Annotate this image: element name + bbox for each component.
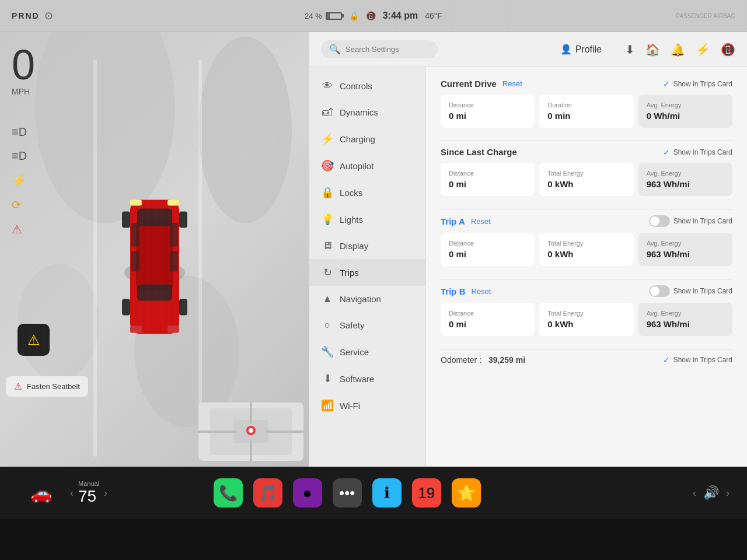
current-drive-header: Current Drive Reset ✓ Show in Trips Card [441,79,732,89]
temperature-display: 46°F [425,11,442,20]
time-display: 3:44 pm [383,10,418,21]
left-icons: ≡D ≡D ⚡ ⟳ ⚠ [12,125,27,236]
dynamics-label: Dynamics [340,107,378,117]
svg-point-28 [249,428,253,433]
app-info[interactable]: ℹ [372,478,402,508]
navigation-label: Navigation [340,294,381,304]
trip-b-reset[interactable]: Reset [472,287,491,296]
taskbar-car[interactable]: 🚗 [18,483,64,503]
sidebar-item-controls[interactable]: 👁 Controls [309,73,425,99]
main-content: 0 MPH ≡D ≡D ⚡ ⟳ ⚠ ⚠ ⚠ Fasten Seatbelt [0,32,747,467]
app-phone[interactable]: 📞 [214,478,243,508]
ta-avg-energy-label: Avg. Energy [647,240,724,247]
app-games[interactable]: ⭐ [452,478,481,508]
search-input[interactable] [345,45,430,54]
passenger-airbag-label: PASSENGER AIRBAG [676,13,735,19]
current-drive-show-trips: ✓ Show in Trips Card [663,79,732,89]
map-thumbnail[interactable] [198,402,303,461]
sidebar-item-wifi[interactable]: 📶 Wi-Fi [309,392,425,419]
trip-a-header: Trip A Reset Show in Trips Card [441,215,732,227]
taskbar-nav: ‹ Manual 75 › [70,480,107,506]
current-drive-energy-value: 0 Wh/mi [647,111,724,121]
trip-b-toggle[interactable] [649,285,670,297]
settings-panel: 🔍 👤 Profile ⬇ 🏠 🔔 ⚡ 📵 [309,32,747,467]
vol-right-arrow[interactable]: › [726,487,729,499]
svg-rect-4 [93,60,97,457]
trip-a-title[interactable]: Trip A [441,216,465,226]
profile-button[interactable]: 👤 Profile [560,44,602,55]
trip-b-total-energy-card: Total Energy 0 kWh [539,303,633,336]
home-icon[interactable]: 🏠 [645,43,660,57]
wifi-slash-icon[interactable]: 📵 [721,43,735,57]
svg-rect-10 [137,285,172,301]
svg-rect-20 [179,212,187,228]
current-drive-energy-card: Avg. Energy 0 Wh/mi [638,94,732,128]
divider-2 [441,209,732,209]
sidebar-item-software[interactable]: ⬇ Software [309,365,425,392]
volume-icon[interactable]: 🔊 [703,485,719,501]
sidebar-item-autopilot[interactable]: 🎯 Autopilot [309,152,425,179]
trip-a-reset[interactable]: Reset [471,217,491,226]
app-more[interactable]: ••• [333,478,362,508]
bell-icon[interactable]: 🔔 [671,43,685,57]
vol-left-arrow[interactable]: ‹ [693,487,696,499]
warning-button[interactable]: ⚠ [18,324,50,356]
nav-display: Manual 75 [78,480,99,506]
info-icon: ℹ [384,484,390,502]
odometer-value: 39,259 mi [488,355,525,365]
current-drive-section: Current Drive Reset ✓ Show in Trips Card… [441,79,732,128]
sidebar-item-locks[interactable]: 🔒 Locks [309,179,425,206]
trip-b-show-trips: Show in Trips Card [649,285,732,297]
current-drive-reset[interactable]: Reset [502,79,522,88]
safety-label: Safety [340,320,365,330]
app-music[interactable]: 🎵 [253,478,282,508]
download-icon[interactable]: ⬇ [625,43,635,57]
sidebar-item-trips[interactable]: ↻ Trips [309,259,425,286]
speed-value: 0 [12,44,35,86]
trip-a-toggle[interactable] [649,215,670,227]
display-icon: 🖥 [321,240,334,252]
since-last-charge-avg-energy-card: Avg. Energy 963 Wh/mi [638,163,732,196]
wifi-icon: 📶 [321,399,334,412]
car-panel: 0 MPH ≡D ≡D ⚡ ⟳ ⚠ ⚠ ⚠ Fasten Seatbelt [0,32,309,467]
trip-b-title[interactable]: Trip B [441,286,466,296]
sidebar-item-display[interactable]: 🖥 Display [309,233,425,259]
current-drive-duration-label: Duration [547,102,625,108]
trip-a-total-energy-card: Total Energy 0 kWh [539,233,633,266]
tb-avg-energy-value: 963 Wh/mi [647,319,724,329]
trips-content: Current Drive Reset ✓ Show in Trips Card… [426,67,747,467]
bluetooth-icon[interactable]: ⚡ [696,43,710,57]
car-visualization [0,32,309,467]
svg-rect-31 [250,402,252,424]
trip-a-section: Trip A Reset Show in Trips Card Distance… [441,215,732,266]
status-bar: PRND ⊙ 24 % 🔒 📵 3:44 pm 46°F PASSENGER A… [0,0,747,32]
since-last-charge-show-trips: ✓ Show in Trips Card [663,148,732,157]
search-bar[interactable]: 🔍 [321,40,438,58]
slc-avg-energy-value: 963 Wh/mi [647,179,724,189]
sidebar-item-dynamics[interactable]: 🛋 Dynamics [309,99,425,125]
sidebar-item-safety[interactable]: ○ Safety [309,312,425,338]
nav-right-arrow[interactable]: › [104,487,107,499]
service-icon: 🔧 [321,345,334,358]
profile-icon: 👤 [560,44,572,55]
current-drive-energy-label: Avg. Energy [647,102,724,108]
app-media[interactable]: ● [293,478,322,508]
dynamics-icon: 🛋 [321,106,334,118]
svg-point-1 [198,37,292,223]
sidebar-item-service[interactable]: 🔧 Service [309,338,425,365]
tb-total-energy-value: 0 kWh [547,319,625,329]
trips-label: Trips [340,268,359,278]
autopilot-icon: 🎯 [321,159,334,172]
status-right: PASSENGER AIRBAG [676,13,735,19]
current-drive-distance-card: Distance 0 mi [441,94,535,128]
since-last-charge-header: Since Last Charge ✓ Show in Trips Card [441,147,732,157]
app-calendar[interactable]: 19 [412,478,441,508]
sidebar-item-navigation[interactable]: ▲ Navigation [309,286,425,312]
sidebar-item-charging[interactable]: ⚡ Charging [309,125,425,152]
taskbar: 🚗 ‹ Manual 75 › 📞 🎵 ● ••• ℹ 19 ⭐ [0,467,747,519]
nav-left-arrow[interactable]: ‹ [70,487,74,499]
battery-bar [326,12,342,20]
sidebar-item-lights[interactable]: 💡 Lights [309,206,425,233]
seatbelt-warn-icon: ⚠ [14,381,22,392]
search-icon: 🔍 [329,44,341,55]
